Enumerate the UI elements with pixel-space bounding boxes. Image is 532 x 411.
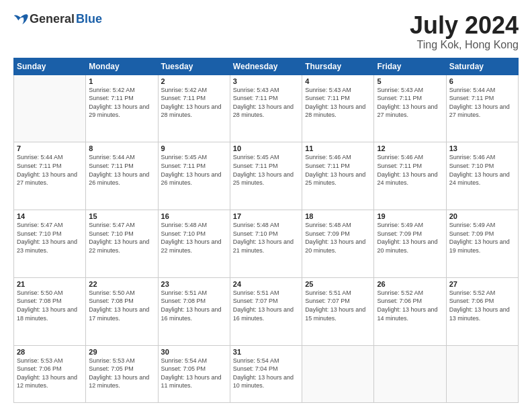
calendar-cell: 4Sunrise: 5:43 AMSunset: 7:11 PMDaylight… [302,75,374,142]
calendar-cell [14,75,86,142]
calendar-cell: 24Sunrise: 5:51 AMSunset: 7:07 PMDayligh… [230,277,302,345]
logo-blue-text: Blue [76,12,102,26]
week-row-4: 21Sunrise: 5:50 AMSunset: 7:08 PMDayligh… [14,277,519,345]
calendar-cell: 26Sunrise: 5:52 AMSunset: 7:06 PMDayligh… [374,277,446,345]
calendar-cell: 10Sunrise: 5:45 AMSunset: 7:11 PMDayligh… [230,142,302,210]
day-number: 18 [305,212,371,220]
day-info: Sunrise: 5:48 AMSunset: 7:09 PMDaylight:… [305,221,371,255]
calendar-cell [302,345,374,402]
calendar-header-friday: Friday [374,58,446,75]
day-info: Sunrise: 5:51 AMSunset: 7:08 PMDaylight:… [161,289,227,322]
calendar-cell: 13Sunrise: 5:46 AMSunset: 7:10 PMDayligh… [446,142,518,210]
calendar-cell: 29Sunrise: 5:53 AMSunset: 7:05 PMDayligh… [86,345,158,402]
calendar-cell: 30Sunrise: 5:54 AMSunset: 7:05 PMDayligh… [158,345,230,402]
calendar-cell: 6Sunrise: 5:44 AMSunset: 7:11 PMDaylight… [446,75,518,142]
calendar-cell: 18Sunrise: 5:48 AMSunset: 7:09 PMDayligh… [302,210,374,278]
day-number: 17 [233,212,299,220]
day-number: 9 [161,144,227,152]
calendar-cell: 25Sunrise: 5:51 AMSunset: 7:07 PMDayligh… [302,277,374,345]
calendar-cell: 1Sunrise: 5:42 AMSunset: 7:11 PMDaylight… [86,75,158,142]
day-number: 22 [89,280,154,288]
day-info: Sunrise: 5:50 AMSunset: 7:08 PMDaylight:… [17,289,83,322]
calendar-cell: 22Sunrise: 5:50 AMSunset: 7:08 PMDayligh… [86,277,158,345]
day-info: Sunrise: 5:51 AMSunset: 7:07 PMDaylight:… [305,289,371,322]
day-number: 25 [305,280,371,288]
day-info: Sunrise: 5:44 AMSunset: 7:11 PMDaylight:… [449,86,515,120]
day-number: 10 [233,144,299,152]
calendar-cell: 11Sunrise: 5:46 AMSunset: 7:11 PMDayligh… [302,142,374,210]
calendar-header-wednesday: Wednesday [230,58,302,75]
calendar-cell: 23Sunrise: 5:51 AMSunset: 7:08 PMDayligh… [158,277,230,345]
calendar-table: SundayMondayTuesdayWednesdayThursdayFrid… [13,58,519,403]
calendar-header-tuesday: Tuesday [158,58,230,75]
calendar-cell: 17Sunrise: 5:48 AMSunset: 7:10 PMDayligh… [230,210,302,278]
calendar-cell: 7Sunrise: 5:44 AMSunset: 7:11 PMDaylight… [14,142,86,210]
day-info: Sunrise: 5:46 AMSunset: 7:10 PMDaylight:… [449,153,515,187]
calendar-cell: 5Sunrise: 5:43 AMSunset: 7:11 PMDaylight… [374,75,446,142]
calendar-header-sunday: Sunday [14,58,86,75]
calendar-cell: 8Sunrise: 5:44 AMSunset: 7:11 PMDaylight… [86,142,158,210]
day-number: 23 [161,280,227,288]
day-info: Sunrise: 5:53 AMSunset: 7:06 PMDaylight:… [17,357,83,390]
day-info: Sunrise: 5:48 AMSunset: 7:10 PMDaylight:… [233,221,299,255]
day-number: 26 [377,280,443,288]
calendar-cell [374,345,446,402]
day-info: Sunrise: 5:43 AMSunset: 7:11 PMDaylight:… [377,86,443,120]
logo-general-text: General [30,12,75,26]
calendar-cell: 28Sunrise: 5:53 AMSunset: 7:06 PMDayligh… [14,345,86,402]
calendar-cell: 27Sunrise: 5:52 AMSunset: 7:06 PMDayligh… [446,277,518,345]
calendar-cell: 21Sunrise: 5:50 AMSunset: 7:08 PMDayligh… [14,277,86,345]
day-info: Sunrise: 5:42 AMSunset: 7:11 PMDaylight:… [161,86,227,120]
day-number: 31 [233,348,299,356]
day-info: Sunrise: 5:45 AMSunset: 7:11 PMDaylight:… [161,153,227,187]
day-info: Sunrise: 5:53 AMSunset: 7:05 PMDaylight:… [89,357,154,390]
week-row-3: 14Sunrise: 5:47 AMSunset: 7:10 PMDayligh… [14,210,519,278]
day-number: 19 [377,212,443,220]
header: General Blue July 2024 Ting Kok, Hong Ko… [13,12,519,51]
calendar-cell: 2Sunrise: 5:42 AMSunset: 7:11 PMDaylight… [158,75,230,142]
calendar-header-thursday: Thursday [302,58,374,75]
main-title: July 2024 [410,12,519,39]
calendar-cell: 16Sunrise: 5:48 AMSunset: 7:10 PMDayligh… [158,210,230,278]
day-number: 24 [233,280,299,288]
week-row-5: 28Sunrise: 5:53 AMSunset: 7:06 PMDayligh… [14,345,519,402]
day-number: 14 [17,212,83,220]
day-number: 21 [17,280,83,288]
day-info: Sunrise: 5:45 AMSunset: 7:11 PMDaylight:… [233,153,299,187]
day-number: 15 [89,212,154,220]
day-info: Sunrise: 5:46 AMSunset: 7:11 PMDaylight:… [377,153,443,187]
week-row-2: 7Sunrise: 5:44 AMSunset: 7:11 PMDaylight… [14,142,519,210]
day-number: 16 [161,212,227,220]
day-number: 2 [161,77,227,85]
calendar-cell: 12Sunrise: 5:46 AMSunset: 7:11 PMDayligh… [374,142,446,210]
day-number: 20 [449,212,515,220]
day-number: 8 [89,144,154,152]
day-number: 7 [17,144,83,152]
day-number: 13 [449,144,515,152]
logo: General Blue [13,12,102,26]
day-info: Sunrise: 5:43 AMSunset: 7:11 PMDaylight:… [233,86,299,120]
day-number: 3 [233,77,299,85]
calendar-cell: 14Sunrise: 5:47 AMSunset: 7:10 PMDayligh… [14,210,86,278]
day-info: Sunrise: 5:44 AMSunset: 7:11 PMDaylight:… [17,153,83,187]
calendar-cell: 19Sunrise: 5:49 AMSunset: 7:09 PMDayligh… [374,210,446,278]
day-info: Sunrise: 5:42 AMSunset: 7:11 PMDaylight:… [89,86,154,120]
location-subtitle: Ting Kok, Hong Kong [410,39,519,51]
day-number: 27 [449,280,515,288]
day-number: 11 [305,144,371,152]
calendar-header-row: SundayMondayTuesdayWednesdayThursdayFrid… [14,58,519,75]
day-number: 5 [377,77,443,85]
calendar-cell [446,345,518,402]
day-info: Sunrise: 5:52 AMSunset: 7:06 PMDaylight:… [377,289,443,322]
day-info: Sunrise: 5:48 AMSunset: 7:10 PMDaylight:… [161,221,227,255]
calendar-cell: 3Sunrise: 5:43 AMSunset: 7:11 PMDaylight… [230,75,302,142]
day-info: Sunrise: 5:50 AMSunset: 7:08 PMDaylight:… [89,289,154,322]
day-number: 30 [161,348,227,356]
calendar-cell: 20Sunrise: 5:49 AMSunset: 7:09 PMDayligh… [446,210,518,278]
logo-bird-icon [13,13,28,26]
calendar-header-saturday: Saturday [446,58,518,75]
day-info: Sunrise: 5:54 AMSunset: 7:04 PMDaylight:… [233,357,299,390]
day-info: Sunrise: 5:47 AMSunset: 7:10 PMDaylight:… [89,221,154,255]
day-info: Sunrise: 5:44 AMSunset: 7:11 PMDaylight:… [89,153,154,187]
day-number: 29 [89,348,154,356]
